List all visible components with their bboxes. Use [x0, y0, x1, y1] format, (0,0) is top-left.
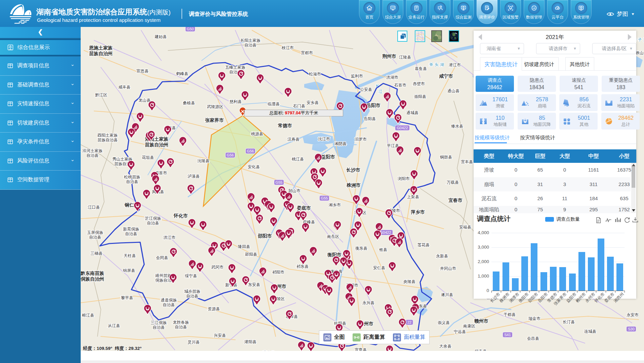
svg-text:酉阳土家族: 酉阳土家族 — [97, 133, 118, 138]
svg-text:S41: S41 — [504, 333, 511, 337]
svg-text:株洲市: 株洲市 — [346, 182, 361, 188]
svg-text:S30: S30 — [628, 327, 635, 331]
svg-text:枝江市: 枝江市 — [281, 45, 294, 50]
svg-text:大余县: 大余县 — [439, 344, 451, 349]
svg-text:自治县: 自治县 — [244, 43, 256, 47]
svg-text:鹤峰县: 鹤峰县 — [176, 71, 188, 76]
svg-text:新晃侗族: 新晃侗族 — [123, 227, 139, 231]
svg-text:公安县: 公安县 — [360, 87, 372, 92]
svg-text:苗族自治州: 苗族自治州 — [145, 142, 168, 147]
svg-text:五峰土家族: 五峰土家族 — [225, 65, 245, 70]
svg-text:自治县: 自治县 — [153, 325, 165, 330]
svg-text:泸溪县: 泸溪县 — [188, 174, 200, 179]
svg-text:湘阴县: 湘阴县 — [334, 141, 347, 146]
svg-text:荆州市: 荆州市 — [382, 53, 396, 59]
svg-text:斧头湖: 斧头湖 — [429, 62, 445, 67]
svg-text:G50: G50 — [187, 27, 194, 31]
svg-text:隆回县: 隆回县 — [238, 244, 250, 249]
svg-text:攸县: 攸县 — [379, 247, 387, 252]
svg-text:瑞金市: 瑞金市 — [528, 316, 540, 321]
svg-text:潜江市: 潜江市 — [449, 63, 461, 67]
svg-text:自治县: 自治县 — [163, 302, 175, 307]
svg-text:益阳市: 益阳市 — [321, 154, 335, 159]
svg-text:宜都市: 宜都市 — [301, 50, 313, 55]
svg-text:桃源县: 桃源县 — [251, 132, 263, 136]
svg-text:自治县: 自治县 — [86, 153, 98, 158]
svg-text:锦屏县: 锦屏县 — [123, 268, 135, 273]
svg-text:G0422: G0422 — [397, 126, 408, 130]
svg-text:永兴县: 永兴县 — [362, 300, 374, 305]
svg-text:汉寿县: 汉寿县 — [287, 137, 299, 142]
svg-text:花垣县: 花垣县 — [142, 155, 154, 160]
svg-text:汨罗市: 汨罗市 — [355, 137, 367, 142]
svg-text:长沙市: 长沙市 — [346, 167, 360, 173]
svg-text:洪湖市: 洪湖市 — [386, 75, 398, 80]
svg-text:韶山市: 韶山市 — [288, 188, 300, 193]
svg-text:祁阳市: 祁阳市 — [272, 270, 284, 275]
svg-text:赤壁市: 赤壁市 — [413, 81, 425, 86]
svg-text:宣恩县: 宣恩县 — [136, 69, 149, 73]
svg-text:G55: G55 — [276, 180, 283, 184]
svg-text:武冈市: 武冈市 — [211, 265, 224, 269]
svg-text:岳阳县: 岳阳县 — [364, 116, 376, 121]
svg-text:衡东县: 衡东县 — [355, 246, 367, 251]
svg-text:慈利县: 慈利县 — [229, 99, 242, 104]
svg-text:灌阳县: 灌阳县 — [244, 339, 256, 344]
svg-text:苗族自治州: 苗族自治州 — [89, 51, 113, 56]
svg-text:自治县: 自治县 — [125, 231, 137, 236]
svg-text:江: 江 — [378, 89, 383, 94]
svg-text:赣州市: 赣州市 — [474, 318, 488, 324]
svg-text:宁远县: 宁远县 — [454, 329, 466, 334]
svg-text:石门县: 石门县 — [293, 104, 305, 108]
svg-text:自治县: 自治县 — [186, 294, 198, 298]
svg-text:宜春市: 宜春市 — [448, 197, 462, 203]
svg-text:安福县: 安福县 — [459, 225, 471, 229]
svg-text:G0422: G0422 — [380, 230, 391, 234]
svg-text:G55: G55 — [321, 196, 328, 200]
svg-text:咸丰县: 咸丰县 — [118, 85, 130, 89]
svg-text:通山县: 通山县 — [447, 88, 459, 93]
svg-text:岳阳市: 岳阳市 — [366, 103, 380, 108]
svg-text:张家界市: 张家界市 — [205, 117, 224, 123]
svg-text:崇阳县: 崇阳县 — [414, 94, 426, 99]
svg-text:武陵源区: 武陵源区 — [207, 104, 223, 109]
svg-text:桑植县: 桑植县 — [183, 101, 195, 105]
svg-text:江陵县: 江陵县 — [399, 55, 411, 60]
svg-text:龙胜各族: 龙胜各族 — [173, 320, 189, 325]
svg-text:嘉鱼县: 嘉鱼县 — [415, 66, 427, 71]
svg-text:通道侗族: 通道侗族 — [161, 298, 177, 302]
svg-text:芷江侗族: 芷江侗族 — [145, 216, 161, 221]
svg-text:G56: G56 — [227, 153, 234, 157]
svg-text:常德市: 常德市 — [278, 123, 292, 128]
svg-text:G56: G56 — [247, 149, 254, 153]
svg-text:榕江县: 榕江县 — [82, 313, 94, 318]
svg-text:恩施土家族: 恩施土家族 — [89, 45, 113, 50]
svg-text:自治县: 自治县 — [175, 325, 187, 329]
svg-text:长汀县: 长汀县 — [563, 320, 575, 324]
svg-text:湘乡市: 湘乡市 — [328, 203, 341, 207]
svg-text:天柱县: 天柱县 — [124, 253, 136, 258]
svg-text:娄底市: 娄底市 — [297, 205, 311, 211]
svg-text:会同县: 会同县 — [156, 255, 168, 260]
svg-text:兴安县: 兴安县 — [214, 333, 226, 338]
svg-text:沅陵县: 沅陵县 — [197, 158, 209, 163]
svg-text:铜鼓县: 铜鼓县 — [440, 155, 452, 159]
svg-text:井冈山市: 井冈山市 — [440, 266, 456, 271]
svg-text:万载县: 万载县 — [447, 180, 459, 185]
svg-text:靖州苗族: 靖州苗族 — [155, 273, 171, 278]
svg-text:修水县: 修水县 — [451, 124, 463, 129]
svg-text:南岳区: 南岳区 — [327, 234, 339, 239]
svg-text:宜丰县: 宜丰县 — [461, 159, 473, 164]
svg-text:龙山县: 龙山县 — [138, 98, 151, 103]
svg-text:三江侗族: 三江侗族 — [151, 320, 167, 325]
svg-text:石首市: 石首市 — [394, 83, 406, 87]
svg-text:桃江县: 桃江县 — [292, 157, 304, 161]
svg-text:侗族自治州: 侗族自治州 — [81, 276, 104, 282]
svg-text:洪江市: 洪江市 — [163, 235, 175, 240]
svg-text:邵阳市: 邵阳市 — [257, 233, 272, 239]
svg-text:铁山区: 铁山区 — [635, 50, 644, 55]
svg-text:通城县: 通城县 — [406, 110, 418, 115]
svg-text:咸宁市: 咸宁市 — [439, 73, 453, 79]
svg-text:灵川县: 灵川县 — [188, 340, 200, 344]
svg-text:黎平县: 黎平县 — [121, 295, 133, 300]
